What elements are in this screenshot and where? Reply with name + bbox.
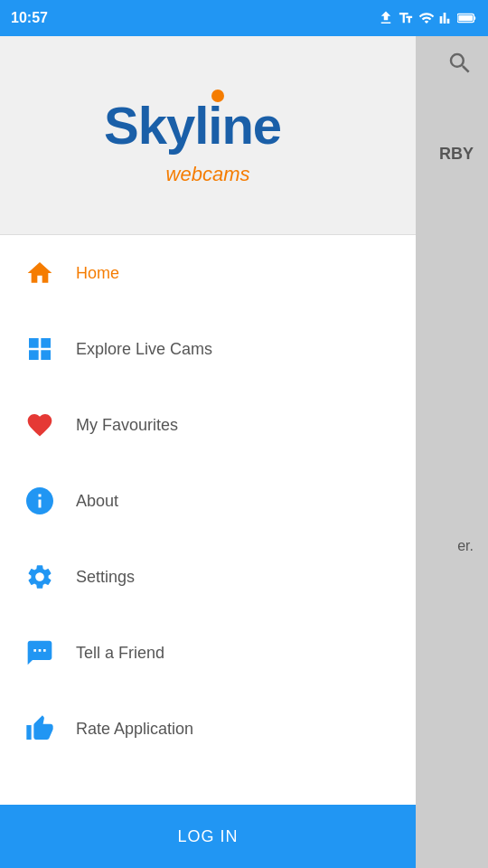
nav-label-rate: Rate Application — [76, 720, 193, 739]
text-icon — [398, 10, 414, 26]
nav-item-favourites[interactable]: My Favourites — [0, 387, 416, 463]
svg-rect-2 — [458, 15, 473, 21]
svg-point-4 — [211, 90, 224, 102]
nav-label-home: Home — [76, 264, 119, 283]
nav-label-about: About — [76, 492, 118, 511]
nav-item-tell-friend[interactable]: Tell a Friend — [0, 615, 416, 691]
grid-icon — [18, 327, 61, 371]
background-description: er. — [457, 538, 474, 554]
nav-item-rate[interactable]: Rate Application — [0, 691, 416, 767]
nav-item-explore[interactable]: Explore Live Cams — [0, 311, 416, 387]
status-time: 10:57 — [11, 10, 48, 26]
svg-text:Skyline: Skyline — [104, 96, 281, 155]
battery-icon — [457, 12, 477, 24]
download-icon — [378, 10, 394, 26]
logo-skyline: Skyline webcams — [95, 85, 321, 186]
nav-item-home[interactable]: Home — [0, 235, 416, 311]
thumbsup-icon — [18, 707, 61, 750]
login-label: LOG IN — [177, 827, 238, 846]
chat-icon — [18, 631, 61, 675]
nav-list: Home Explore Live Cams My Favourites Abo… — [0, 235, 416, 805]
info-icon — [18, 479, 61, 523]
wifi-icon — [418, 10, 436, 26]
login-footer[interactable]: LOG IN — [0, 805, 416, 868]
heart-icon — [18, 403, 61, 447]
nav-label-tell-friend: Tell a Friend — [76, 644, 164, 663]
status-bar: 10:57 — [0, 0, 488, 36]
nav-label-favourites: My Favourites — [76, 416, 178, 435]
nav-item-about[interactable]: About — [0, 463, 416, 539]
nav-item-settings[interactable]: Settings — [0, 539, 416, 615]
home-icon — [18, 251, 61, 295]
nav-label-explore: Explore Live Cams — [76, 340, 212, 359]
search-icon[interactable] — [446, 50, 474, 80]
signal-icon — [439, 10, 454, 26]
logo-container: Skyline webcams — [95, 85, 321, 186]
status-icons — [378, 10, 477, 26]
nav-label-settings: Settings — [76, 568, 135, 587]
drawer-header: Skyline webcams — [0, 36, 416, 235]
navigation-drawer: Skyline webcams Home Explore Live — [0, 36, 416, 868]
skyline-logo-svg: Skyline — [95, 85, 321, 166]
nearby-label: RBY — [439, 145, 474, 164]
svg-rect-1 — [474, 16, 475, 20]
gear-icon — [18, 555, 61, 599]
